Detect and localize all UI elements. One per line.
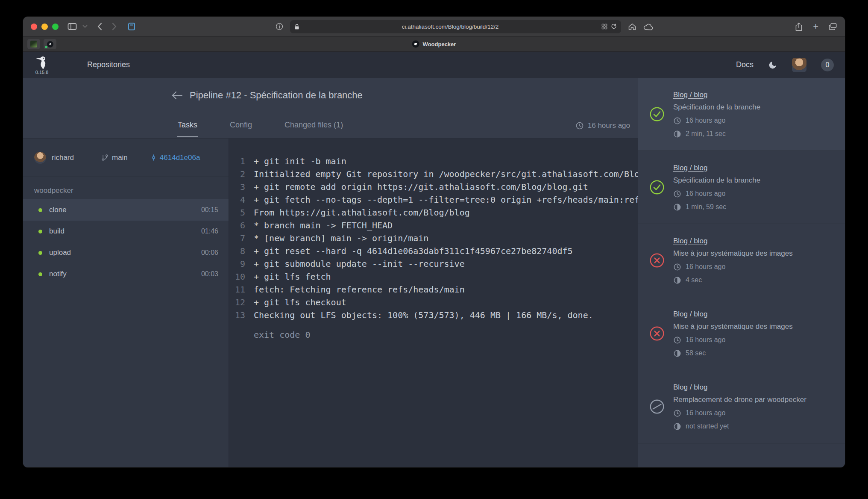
time-label: 16 hours ago: [686, 263, 725, 271]
log-line: 12+ git lfs checkout: [229, 296, 638, 309]
log-line-text: From https://git.athaliasoft.com/Blog/bl…: [254, 206, 470, 219]
zoom-window-button[interactable]: [52, 24, 59, 30]
task-status-dot-icon: [38, 230, 42, 233]
pipeline-card[interactable]: Blog / blog Mise à jour systématique des…: [638, 297, 845, 370]
repo-link[interactable]: Blog / blog: [673, 310, 793, 319]
time-label: 16 hours ago: [686, 190, 725, 198]
log-line: 1+ git init -b main: [229, 155, 638, 168]
woodpecker-logo[interactable]: 0.15.8: [34, 55, 50, 75]
notification-badge[interactable]: 0: [821, 59, 834, 71]
close-window-button[interactable]: [31, 24, 37, 30]
status-failure-icon: [649, 253, 665, 268]
pipeline-card[interactable]: Blog / blog Mise à jour systématique des…: [638, 224, 845, 297]
home-icon[interactable]: [628, 23, 636, 31]
pipeline-header: Pipeline #12 - Spécification de la branc…: [23, 78, 638, 139]
nav-repositories[interactable]: Repositories: [87, 60, 130, 69]
tab-changed-files[interactable]: Changed files (1): [284, 113, 344, 136]
build-meta-row: richard main 4614d1e06a: [23, 139, 229, 177]
time-label: 16 hours ago: [686, 336, 725, 344]
woodpecker-bird-icon: [34, 55, 50, 71]
minimize-window-button[interactable]: [41, 24, 48, 30]
duration-label: not started yet: [686, 422, 729, 430]
repo-link[interactable]: Blog / blog: [673, 91, 760, 99]
author-avatar: [34, 152, 46, 164]
tab-group-page-icon[interactable]: [127, 22, 136, 31]
back-arrow-icon[interactable]: [171, 91, 183, 100]
build-duration: not started yet: [673, 422, 806, 431]
pipeline-card[interactable]: Blog / blog Spécification de la branche …: [638, 151, 845, 224]
task-item-upload[interactable]: upload 00:06: [23, 242, 229, 263]
task-item-build[interactable]: build 01:46: [23, 221, 229, 242]
log-line-text: + git remote add origin https://git.atha…: [254, 180, 588, 193]
nav-docs[interactable]: Docs: [736, 60, 754, 69]
branch-info: main: [101, 154, 128, 162]
log-console: 1+ git init -b main 2Initialized empty G…: [229, 139, 638, 467]
share-icon[interactable]: [795, 22, 803, 31]
log-line-number: 5: [229, 206, 245, 219]
log-line-text: + git lfs checkout: [254, 296, 346, 309]
log-line: 13Checking out LFS objects: 100% (573/57…: [229, 309, 638, 322]
log-line-number: 6: [229, 219, 245, 232]
pinned-tab-2[interactable]: [44, 39, 56, 49]
commit-message: Spécification de la branche: [673, 103, 760, 112]
log-line-number: 13: [229, 309, 245, 322]
log-line-number: 9: [229, 257, 245, 270]
log-line-text: + git reset --hard -q 4614d1e06a3dabf311…: [254, 245, 573, 257]
pipeline-card[interactable]: Blog / blog Remplacement de drone par wo…: [638, 443, 845, 467]
pinned-tab-1[interactable]: [27, 39, 40, 49]
exit-code-line: exit code 0: [229, 328, 638, 341]
log-line-number: 7: [229, 232, 245, 245]
pipeline-main: Pipeline #12 - Spécification de la branc…: [23, 78, 638, 467]
active-tab[interactable]: Woodpecker: [412, 41, 456, 48]
toolbar-center: ci.athaliasoft.com/Blog/blog/build/12/2: [141, 20, 787, 33]
tab-tasks[interactable]: Tasks: [177, 113, 198, 137]
repo-link[interactable]: Blog / blog: [673, 237, 793, 245]
version-label: 0.15.8: [35, 70, 49, 75]
duration-icon: [673, 130, 681, 138]
back-button[interactable]: [97, 23, 102, 30]
build-duration: 58 sec: [673, 349, 793, 357]
build-duration: 4 sec: [673, 276, 793, 284]
build-time: 16 hours ago: [673, 409, 806, 417]
forward-button[interactable]: [112, 23, 117, 30]
repo-link[interactable]: Blog / blog: [673, 164, 760, 172]
author-name: richard: [52, 154, 74, 162]
dark-mode-toggle-moon-icon[interactable]: [768, 60, 777, 70]
clock-icon: [673, 117, 681, 125]
page-info-icon[interactable]: [276, 23, 283, 30]
tab-overview-icon[interactable]: [829, 23, 837, 30]
log-line: 11fetch: Fetching reference refs/heads/m…: [229, 283, 638, 296]
log-line: 4+ git fetch --no-tags --depth=1 --filte…: [229, 193, 638, 206]
log-line: 7* [new branch] main -> origin/main: [229, 232, 638, 245]
duration-icon: [673, 276, 681, 284]
pipeline-card[interactable]: Blog / blog Remplacement de drone par wo…: [638, 370, 845, 443]
task-panel: richard main 4614d1e06a woodpecker: [23, 139, 229, 467]
log-line-number: 1: [229, 155, 245, 168]
window-controls: [31, 24, 59, 30]
log-line-text: fetch: Fetching reference refs/heads/mai…: [254, 283, 465, 296]
task-item-notify[interactable]: notify 00:03: [23, 263, 229, 285]
status-success-icon: [649, 180, 665, 195]
new-tab-button[interactable]: +: [813, 22, 818, 31]
log-line-number: 12: [229, 296, 245, 309]
log-line-number: 2: [229, 168, 245, 180]
build-time: 16 hours ago: [673, 117, 760, 125]
tab-group-badge-icon[interactable]: [601, 24, 607, 30]
reload-icon[interactable]: [611, 24, 617, 30]
repo-link[interactable]: Blog / blog: [673, 383, 806, 392]
log-line-text: * branch main -> FETCH_HEAD: [254, 219, 393, 232]
pipeline-card[interactable]: Blog / blog Spécification de la branche …: [638, 78, 845, 151]
log-line-text: * [new branch] main -> origin/main: [254, 232, 428, 245]
commit-link[interactable]: 4614d1e06a: [150, 154, 200, 162]
user-avatar[interactable]: [792, 58, 806, 72]
task-item-clone[interactable]: clone 00:15: [23, 199, 229, 221]
chevron-down-icon[interactable]: [82, 25, 88, 28]
task-duration: 00:03: [201, 270, 218, 278]
address-bar[interactable]: ci.athaliasoft.com/Blog/blog/build/12/2: [290, 20, 621, 33]
task-status-dot-icon: [38, 251, 42, 255]
icloud-tabs-icon[interactable]: [643, 23, 653, 30]
sidebar-toggle-icon[interactable]: [67, 23, 77, 30]
header-right: Docs 0: [736, 58, 834, 72]
log-line-text: + git lfs fetch: [254, 270, 331, 283]
tab-config[interactable]: Config: [229, 113, 253, 136]
